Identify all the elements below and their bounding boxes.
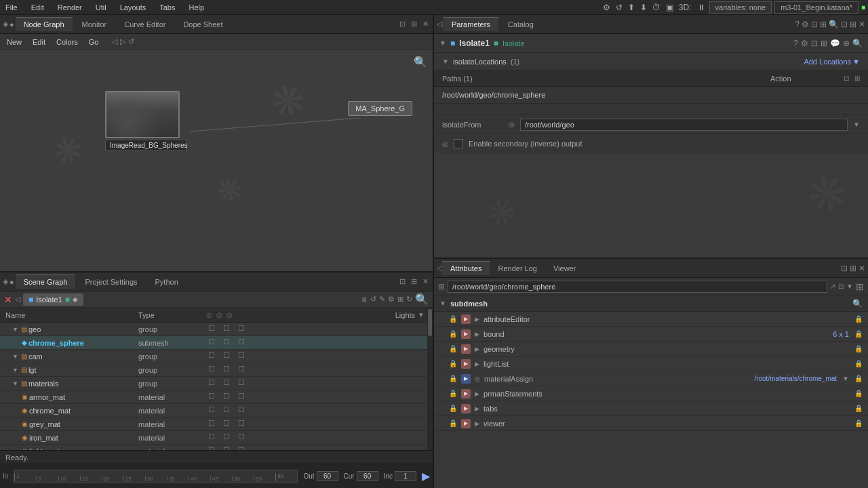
sg-check-15[interactable]: ☐ <box>238 378 249 389</box>
tl-out-input[interactable] <box>317 471 338 481</box>
attrs-grid-icon[interactable]: ⊞ <box>438 282 445 291</box>
table-row[interactable]: ▼ ▤ lgt group ☐ ☐ ☐ <box>0 363 433 377</box>
paths-float-icon[interactable]: ⊞ <box>854 75 860 82</box>
attrs-location-dropdown[interactable]: ▼ <box>846 283 853 290</box>
sg-pin-icon[interactable]: ◈ <box>3 277 8 286</box>
paths-expand-icon[interactable]: ⊡ <box>844 75 849 82</box>
params-detach-icon[interactable]: ⊡ <box>841 20 848 29</box>
sg-check-28[interactable]: ☐ <box>208 446 219 451</box>
table-row[interactable]: ◉ armor_mat material ☐ ☐ ☐ <box>0 390 433 404</box>
params-float-icon[interactable]: ⊞ <box>850 20 856 29</box>
sg-close-icon[interactable]: ✕ <box>421 276 430 287</box>
table-row[interactable]: ▼ ▤ cam group ☐ ☐ ☐ <box>0 350 433 363</box>
sg-dot-icon[interactable]: ● <box>9 278 14 286</box>
attrs-jump-icon[interactable]: ↗ <box>830 283 835 290</box>
attr-expand-viewer[interactable]: ▶ <box>475 420 479 427</box>
tab-scene-graph[interactable]: Scene Graph <box>16 274 76 289</box>
sg-scrollbar[interactable] <box>427 308 433 450</box>
sg-back-icon[interactable]: ◁ <box>15 295 20 304</box>
attrs-copy-icon[interactable]: ⊡ <box>838 283 844 290</box>
isolate-settings-icon[interactable]: ⚙ <box>801 39 808 48</box>
material-assign-dropdown[interactable]: ▼ <box>842 375 849 382</box>
attr-row-materialAssign[interactable]: 🔒 ▶ ◎ materialAssign /root/materials/chr… <box>434 371 868 386</box>
sg-check-9[interactable]: ☐ <box>238 351 249 362</box>
tab-catalog[interactable]: Catalog <box>500 18 542 31</box>
sg-refresh-icon[interactable]: ↻ <box>406 295 412 304</box>
sg-check-1[interactable]: ☐ <box>208 324 219 335</box>
render-icon[interactable]: ▣ <box>665 1 675 14</box>
tab-parameters[interactable]: Parameters <box>443 17 498 31</box>
expand-geo[interactable]: ▼ <box>12 326 18 333</box>
sg-check-8[interactable]: ☐ <box>223 351 234 362</box>
table-row[interactable]: ◉ iron_mat material ☐ ☐ ☐ <box>0 431 433 445</box>
refresh-icon[interactable]: ↺ <box>614 1 624 14</box>
sg-pencil-icon[interactable]: ✎ <box>379 295 385 304</box>
tab-monitor[interactable]: Monitor <box>74 18 115 31</box>
table-row[interactable]: ◉ chrome_mat material ☐ ☐ ☐ <box>0 404 433 418</box>
attrs-collapse-left[interactable]: ◁ <box>437 264 442 272</box>
sg-lights-dropdown-arrow[interactable]: ▼ <box>418 311 425 319</box>
menu-help[interactable]: Help <box>186 2 207 13</box>
attrs-location-input[interactable] <box>448 281 827 293</box>
sg-check-29[interactable]: ☐ <box>223 446 234 451</box>
isolate-from-input[interactable] <box>520 119 848 131</box>
es-checkbox[interactable] <box>454 139 463 148</box>
import-icon[interactable]: ⬇ <box>639 1 648 14</box>
timeline-ruler[interactable]: 1 5 10 15 20 25 30 35 40 45 50 55 60 <box>14 470 298 483</box>
sg-check-30[interactable]: ☐ <box>238 446 249 451</box>
tab-dope-sheet[interactable]: Dope Sheet <box>175 18 231 31</box>
attr-row-viewer[interactable]: 🔒 ▶ ▶ viewer 🔒 <box>434 416 868 431</box>
isolate-search-icon2[interactable]: 🔍 <box>852 39 863 48</box>
sg-check-10[interactable]: ☐ <box>208 365 219 375</box>
sg-check-7[interactable]: ☐ <box>208 351 219 362</box>
detach-icon[interactable]: ⊡ <box>398 18 407 30</box>
isolate-from-dropdown[interactable]: ▼ <box>853 121 860 128</box>
pause-icon[interactable]: ⏸ <box>696 1 707 14</box>
sg-check-17[interactable]: ☐ <box>223 392 234 403</box>
attrs-content[interactable]: ▼ subdmesh 🔍 🔒 ▶ ▶ attributeEditor 🔒 🔒 ▶ <box>434 296 868 488</box>
params-help-icon[interactable]: ? <box>795 20 800 29</box>
menu-edit[interactable]: Edit <box>28 2 47 13</box>
gear-icon[interactable]: ⚙ <box>601 1 612 14</box>
table-row[interactable]: ◆ chrome_sphere submesh ☐ ☐ ☐ <box>0 336 433 350</box>
sg-check-3[interactable]: ☐ <box>238 324 249 335</box>
sg-check-14[interactable]: ☐ <box>223 378 234 389</box>
menu-file[interactable]: File <box>3 2 20 13</box>
sg-check-24[interactable]: ☐ <box>238 419 249 430</box>
sg-check-6[interactable]: ☐ <box>238 338 249 348</box>
attr-row-geometry[interactable]: 🔒 ▶ ▶ geometry 🔒 <box>434 342 868 357</box>
sg-camera-icon[interactable]: ⊞ <box>397 295 403 304</box>
isolate-expand-icon[interactable]: ⊡ <box>811 39 818 48</box>
table-row[interactable]: ◉ grey_mat material ☐ ☐ ☐ <box>0 418 433 431</box>
menu-util[interactable]: Util <box>93 2 109 13</box>
menu-tabs[interactable]: Tabs <box>157 2 178 13</box>
isolate-from-icon[interactable]: ◎ <box>509 121 515 128</box>
sg-check-26[interactable]: ☐ <box>223 432 234 443</box>
ng-menu-go[interactable]: Go <box>86 37 102 47</box>
ma-sphere-node[interactable]: MA_Sphere_G <box>348 101 412 116</box>
sg-check-22[interactable]: ☐ <box>208 419 219 430</box>
expand-lgt[interactable]: ▼ <box>12 367 18 373</box>
attr-expand-prmanStatements[interactable]: ▶ <box>475 390 479 397</box>
attr-expand-geometry[interactable]: ▶ <box>475 346 479 352</box>
sg-check-11[interactable]: ☐ <box>223 365 234 375</box>
tab-curve-editor[interactable]: Curve Editor <box>116 18 174 31</box>
isolate-bookmark-icon[interactable]: ⊕ <box>843 39 850 48</box>
sg-detach-icon[interactable]: ⊡ <box>398 276 407 287</box>
attr-row-prmanStatements[interactable]: 🔒 ▶ ▶ prmanStatements 🔒 <box>434 386 868 401</box>
add-locations-button[interactable]: Add Locations ▼ <box>804 58 860 66</box>
expand-cam[interactable]: ▼ <box>12 353 18 360</box>
section-expand-arrow[interactable]: ▼ <box>442 58 449 65</box>
tab-project-settings[interactable]: Project Settings <box>77 275 145 289</box>
sg-float-icon[interactable]: ⊞ <box>410 276 418 287</box>
attrs-close-icon[interactable]: ✕ <box>859 264 865 273</box>
ng-back-icon[interactable]: ◁ <box>112 37 117 46</box>
sg-check-25[interactable]: ☐ <box>208 432 219 443</box>
params-collapse-left[interactable]: ◁ <box>437 20 442 28</box>
zoom-icon[interactable]: 🔍 <box>414 56 427 68</box>
scene-graph-table[interactable]: Name Type ◎ ◎ ◎ Lights ▼ ▼ <box>0 308 433 450</box>
table-row[interactable]: ▼ ▤ geo group ☐ ☐ ☐ <box>0 323 433 336</box>
isolate-help-icon[interactable]: ? <box>793 39 798 48</box>
sg-undo-icon[interactable]: ↺ <box>370 295 376 304</box>
ng-menu-edit[interactable]: Edit <box>30 37 48 47</box>
